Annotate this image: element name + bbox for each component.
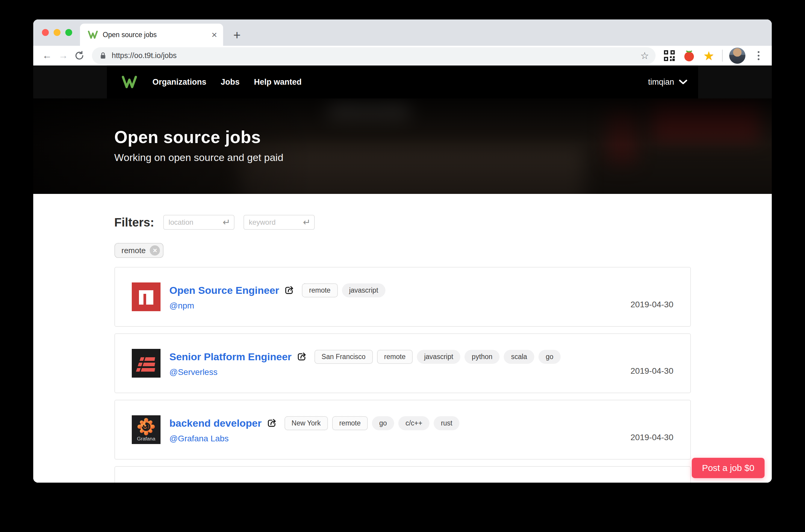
job-card: Grafana backend developer New Yorkremote… (114, 400, 691, 460)
user-menu[interactable]: timqian (648, 77, 687, 87)
reload-icon (74, 51, 85, 61)
browser-tab[interactable]: Open source jobs × (80, 24, 223, 46)
username: timqian (648, 77, 674, 87)
active-filter-label: remote (122, 246, 146, 255)
reload-button[interactable] (73, 49, 86, 62)
post-a-job-button[interactable]: Post a job $0 (692, 458, 765, 478)
tab-strip: Open source jobs × + (33, 19, 772, 46)
new-tab-button[interactable]: + (233, 29, 241, 42)
profile-avatar[interactable] (729, 48, 745, 64)
hero-banner: CASIO Open source jobs Working on open s… (33, 98, 772, 194)
nav-link-organizations[interactable]: Organizations (152, 77, 206, 87)
job-title-link[interactable]: backend developer (169, 417, 262, 429)
job-date: 2019-04-30 (630, 366, 673, 376)
browser-menu-button[interactable] (752, 49, 765, 62)
tag-c-c-[interactable]: c/c++ (398, 416, 429, 430)
job-card: Senior Platform Engineer San Franciscore… (114, 333, 691, 393)
close-window-button[interactable] (42, 29, 49, 36)
filters-row: Filters: ↵ ↵ (114, 215, 691, 230)
org-link[interactable]: @Serverless (169, 367, 218, 377)
tag-javascript[interactable]: javascript (342, 283, 385, 298)
browser-toolbar: ← → https://oo.t9t.io/jobs ☆ (33, 46, 772, 65)
serverless-logo (132, 349, 161, 378)
jenkins-logo (132, 482, 161, 482)
tag-rust[interactable]: rust (434, 416, 459, 430)
job-card: Software Engineer - Jenkins X remotegoja… (114, 466, 691, 482)
keyword-filter-input[interactable] (243, 215, 315, 230)
url-text[interactable]: https://oo.t9t.io/jobs (112, 51, 636, 60)
back-button[interactable]: ← (40, 49, 54, 62)
toolbar-divider (722, 50, 722, 62)
site-nav: Organizations Jobs Help wanted timqian (33, 65, 772, 98)
maximize-window-button[interactable] (65, 29, 72, 36)
job-tags: New Yorkremotegoc/c++rust (285, 416, 460, 430)
tag-go[interactable]: go (372, 416, 394, 430)
job-list: Open Source Engineer remotejavascript @n… (114, 267, 691, 482)
window-controls (42, 29, 72, 36)
nav-link-jobs[interactable]: Jobs (221, 77, 240, 87)
job-title-link[interactable]: Open Source Engineer (169, 285, 279, 296)
job-date: 2019-04-30 (630, 433, 673, 442)
tag-new-york[interactable]: New York (285, 416, 328, 430)
qr-code-extension-icon[interactable] (663, 49, 676, 62)
external-link-icon[interactable] (296, 352, 307, 362)
tag-go[interactable]: go (538, 350, 561, 364)
job-date: 2019-04-30 (630, 300, 673, 309)
job-card: Open Source Engineer remotejavascript @n… (114, 267, 691, 327)
remove-filter-icon[interactable]: × (150, 245, 160, 255)
extensions-row: ★ (663, 48, 765, 64)
star-extension-icon[interactable]: ★ (702, 49, 715, 62)
page-title: Open source jobs (114, 127, 691, 147)
org-link[interactable]: @Grafana Labs (169, 434, 229, 443)
nav-link-help-wanted[interactable]: Help wanted (254, 77, 301, 87)
lock-icon (99, 51, 107, 60)
chevron-down-icon (679, 79, 687, 85)
tag-remote[interactable]: remote (332, 416, 368, 430)
grafana-logo: Grafana (132, 415, 161, 444)
forward-button[interactable]: → (57, 49, 70, 62)
tag-remote[interactable]: remote (302, 283, 338, 298)
page-subtitle: Working on open source and get paid (114, 152, 691, 164)
three-dot-menu-icon (758, 51, 760, 60)
org-link[interactable]: @npm (169, 301, 194, 310)
tag-remote[interactable]: remote (377, 350, 413, 364)
browser-window: Open source jobs × + ← → https://oo.t9t.… (33, 19, 772, 482)
tag-javascript[interactable]: javascript (417, 350, 460, 364)
svg-text:Grafana: Grafana (137, 436, 155, 442)
page-content: Organizations Jobs Help wanted timqian C… (33, 65, 772, 482)
tag-scala[interactable]: scala (504, 350, 534, 364)
tag-python[interactable]: python (464, 350, 499, 364)
job-tags: remotejavascript (302, 283, 385, 298)
job-title-link[interactable]: Senior Platform Engineer (169, 351, 292, 363)
location-filter-input[interactable] (163, 215, 235, 230)
url-bar[interactable]: https://oo.t9t.io/jobs ☆ (92, 47, 656, 64)
filters-label: Filters: (114, 216, 154, 229)
tag-san-francisco[interactable]: San Francisco (314, 350, 373, 364)
tab-close-icon[interactable]: × (212, 30, 217, 39)
tomato-timer-extension-icon[interactable] (682, 49, 696, 62)
job-tags: San Franciscoremotejavascriptpythonscala… (314, 350, 561, 364)
bookmark-star-icon[interactable]: ☆ (640, 50, 649, 61)
npm-logo (132, 283, 161, 311)
active-filter-chip-remote[interactable]: remote × (114, 243, 164, 258)
site-favicon-w-icon (88, 30, 98, 39)
external-link-icon[interactable] (267, 418, 277, 428)
site-logo-w-icon[interactable] (120, 75, 139, 89)
minimize-window-button[interactable] (54, 29, 60, 36)
external-link-icon[interactable] (284, 285, 294, 295)
tab-title: Open source jobs (103, 31, 212, 39)
